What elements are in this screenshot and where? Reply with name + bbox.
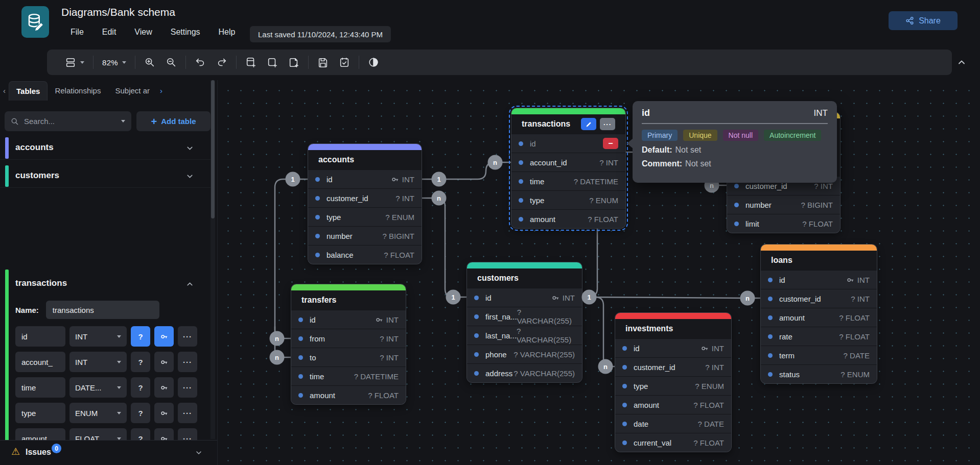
relationship-cardinality-1[interactable]: 1	[286, 172, 300, 187]
sidebar-item-accounts[interactable]: accounts	[0, 136, 211, 160]
add-table-button[interactable]	[242, 54, 260, 70]
nullable-toggle[interactable]: ?	[131, 326, 150, 347]
contrast-button[interactable]	[364, 54, 383, 70]
table-field-row[interactable]: idINT	[761, 270, 877, 289]
field-name-input[interactable]: account_	[15, 352, 65, 372]
field-more-button more-icon[interactable]: ···	[178, 352, 197, 372]
table-field-row[interactable]: customer_id? INT	[308, 188, 422, 207]
table-more-button more-icon[interactable]: ···	[600, 118, 615, 130]
table-field-row[interactable]: time? DATETIME	[511, 172, 625, 190]
table-field-row[interactable]: to? INT	[291, 348, 406, 366]
table-field-row[interactable]: idINT	[615, 338, 731, 357]
table-field-row[interactable]: balance? FLOAT	[308, 245, 422, 264]
relationship-cardinality-n[interactable]: n	[270, 350, 285, 365]
table-field-row[interactable]: customer_id? INT	[615, 357, 731, 376]
table-title[interactable]: customers	[467, 268, 582, 288]
relationship-cardinality-1[interactable]: 1	[432, 172, 447, 187]
table-field-row[interactable]: amount? FLOAT	[291, 385, 406, 404]
table-field-row[interactable]: amount? FLOAT	[615, 395, 731, 414]
scrollbar-thumb[interactable]	[211, 80, 215, 218]
table-field-row[interactable]: rate? FLOAT	[761, 327, 877, 346]
field-type-select[interactable]: INT	[69, 352, 127, 372]
relationship-cardinality-1[interactable]: 1	[446, 290, 461, 305]
nullable-toggle[interactable]: ?	[131, 352, 150, 372]
diagram-canvas[interactable]: accountsidINTcustomer_id? INTtype? ENUMn…	[217, 80, 980, 465]
table-title[interactable]: transactions···	[511, 114, 625, 134]
primary-key-toggle key-icon[interactable]	[154, 377, 174, 398]
chevron-up-icon[interactable]	[185, 280, 194, 288]
tab-scroll-right chevron-right-icon[interactable]: ›	[157, 86, 166, 95]
table-field-row[interactable]: idINT	[467, 288, 582, 307]
add-note-button[interactable]	[285, 54, 303, 70]
menu-item-help[interactable]: Help	[213, 25, 241, 40]
table-field-row[interactable]: number? BIGINT	[308, 226, 422, 245]
table-title[interactable]: investments	[615, 319, 731, 338]
tab-relationships[interactable]: Relationships	[48, 81, 108, 100]
table-field-row[interactable]: address? VARCHAR(255)	[467, 363, 582, 382]
field-name-input[interactable]: time	[15, 377, 65, 398]
zoom-out-button[interactable]	[162, 54, 180, 70]
relationship-line[interactable]	[422, 198, 467, 297]
table-field-row[interactable]: current_val? FLOAT	[615, 433, 731, 452]
relationship-line[interactable]	[582, 297, 615, 366]
edit-table-button pencil-icon[interactable]	[581, 118, 596, 130]
table-field-row[interactable]: type? ENUM	[615, 376, 731, 395]
sidebar-item-label[interactable]: transactions	[15, 278, 67, 288]
table-field-row[interactable]: time? DATETIME	[291, 366, 406, 385]
chevron-down-icon[interactable]	[185, 144, 194, 153]
redo-button[interactable]	[213, 54, 231, 70]
nullable-toggle[interactable]: ?	[131, 403, 150, 423]
field-more-button more-icon[interactable]: ···	[178, 326, 197, 347]
table-field-row[interactable]: account_id? INT	[511, 153, 625, 172]
field-type-select[interactable]: INT	[69, 326, 127, 347]
delete-field-button minus-icon[interactable]: −	[603, 138, 618, 149]
table-field-row[interactable]: number? BIGINT	[727, 195, 840, 214]
table-field-row[interactable]: amount? FLOAT	[511, 209, 625, 228]
chevron-down-icon[interactable]	[195, 449, 203, 457]
sidebar-item-customers[interactable]: customers	[0, 164, 211, 188]
diagram-table-customers[interactable]: customersidINTfirst_na...? VARCHAR(255)l…	[467, 262, 582, 382]
app-logo database-pencil-icon[interactable]	[21, 6, 49, 38]
table-field-row[interactable]: term? DATE	[761, 346, 877, 364]
table-field-row[interactable]: limit? FLOAT	[727, 214, 840, 233]
chevron-down-icon[interactable]	[185, 172, 194, 181]
table-field-row[interactable]: amount? FLOAT	[761, 308, 877, 327]
diagram-table-loans[interactable]: loansidINTcustomer_id? INTamount? FLOATr…	[761, 244, 877, 383]
relationship-cardinality-n[interactable]: n	[740, 291, 755, 306]
field-name-input[interactable]: id	[15, 326, 65, 347]
issues-bar[interactable]: ⚠ Issues 0	[0, 440, 217, 465]
diagram-table-accounts[interactable]: accountsidINTcustomer_id? INTtype? ENUMn…	[308, 144, 422, 264]
primary-key-toggle key-icon[interactable]	[154, 403, 174, 423]
toolbar-collapse chevron-up-icon[interactable]	[956, 57, 967, 67]
table-field-row[interactable]: idINT	[291, 310, 406, 329]
table-field-row[interactable]: last_na...? VARCHAR(255)	[467, 326, 582, 345]
nullable-toggle[interactable]: ?	[131, 377, 150, 398]
table-field-row[interactable]: first_na...? VARCHAR(255)	[467, 307, 582, 326]
primary-key-toggle key-icon[interactable]	[154, 326, 174, 347]
menu-item-settings[interactable]: Settings	[165, 25, 206, 40]
table-name-input[interactable]: transactions	[46, 301, 159, 319]
table-field-row[interactable]: type? ENUM	[511, 190, 625, 209]
save-button[interactable]	[314, 54, 332, 70]
layout-button[interactable]	[61, 54, 88, 70]
table-title[interactable]: transfers	[291, 290, 406, 310]
menu-item-file[interactable]: File	[65, 25, 89, 40]
relationship-cardinality-n[interactable]: n	[432, 191, 447, 206]
menu-item-view[interactable]: View	[129, 25, 157, 40]
table-field-row[interactable]: customer_id? INT	[761, 289, 877, 308]
zoom-in-button[interactable]	[141, 54, 159, 70]
table-field-row[interactable]: idINT	[308, 169, 422, 188]
share-button[interactable]: Share	[889, 11, 958, 30]
field-more-button more-icon[interactable]: ···	[178, 403, 197, 423]
table-field-row[interactable]: from? INT	[291, 329, 406, 348]
menu-item-edit[interactable]: Edit	[97, 25, 122, 40]
relationship-cardinality-n[interactable]: n	[598, 359, 613, 374]
relationship-cardinality-n[interactable]: n	[270, 331, 285, 346]
tab-subject-ar[interactable]: Subject ar	[108, 81, 157, 100]
field-more-button more-icon[interactable]: ···	[178, 377, 197, 398]
zoom-level-control[interactable]: 82%	[99, 56, 130, 69]
table-field-row[interactable]: date? DATE	[615, 414, 731, 433]
primary-key-toggle key-icon[interactable]	[154, 352, 174, 372]
search-input[interactable]: Search...	[5, 111, 131, 131]
table-title[interactable]: accounts	[308, 150, 422, 169]
